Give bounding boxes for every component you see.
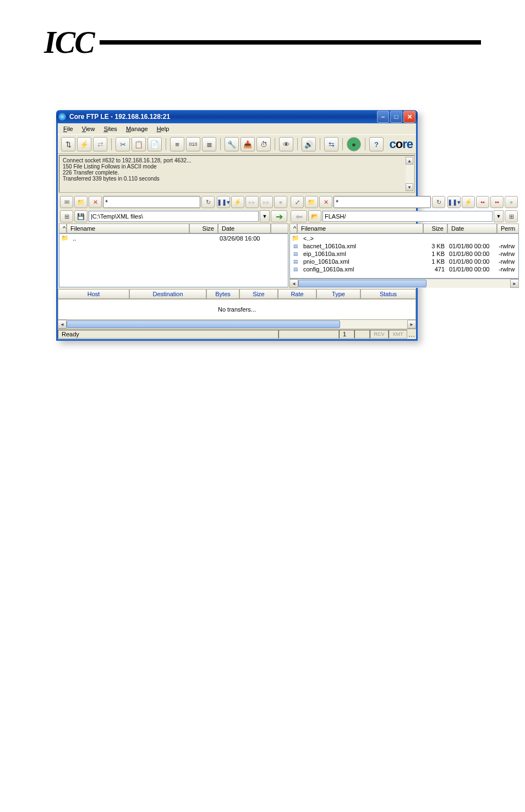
local-last-icon[interactable]: ▸▸	[260, 196, 273, 208]
local-col-date[interactable]: Date	[218, 224, 271, 233]
menubar[interactable]: File View Sites Manage Help	[58, 123, 416, 134]
col-destination[interactable]: Destination	[129, 289, 206, 299]
col-host[interactable]: Host	[58, 289, 129, 299]
resize-grip[interactable]	[407, 330, 416, 339]
binary-icon[interactable]: 010	[186, 137, 200, 151]
menu-manage[interactable]: Manage	[123, 124, 151, 133]
remote-expand-icon[interactable]: ⤢	[291, 196, 304, 208]
remote-file-list[interactable]: 📁 <..> ▤ bacnet_10610a.xml 3 KB 01/01/80…	[289, 233, 519, 279]
table-row[interactable]: ▤ bacnet_10610a.xml 3 KB 01/01/80 00:00 …	[290, 242, 518, 250]
menu-help[interactable]: Help	[154, 124, 173, 133]
log-scroll-up[interactable]: ▲	[406, 157, 413, 165]
col-rate[interactable]: Rate	[278, 289, 316, 299]
titlebar[interactable]: Core FTP LE - 192.168.16.128:21 – □ ✕	[56, 110, 418, 123]
scroll-left-icon[interactable]: ◄	[289, 279, 298, 288]
remote-col-filename[interactable]: Filename	[297, 224, 423, 233]
remote-record-icon[interactable]: ●	[505, 196, 518, 208]
local-filter-input[interactable]	[103, 196, 200, 208]
local-newfolder-icon[interactable]: 📁	[74, 196, 88, 208]
remote-back-button[interactable]: ⬅	[291, 210, 307, 222]
remote-filter-input[interactable]	[333, 196, 431, 208]
close-button[interactable]: ✕	[403, 111, 415, 123]
remote-col-size[interactable]: Size	[423, 224, 447, 233]
local-drive-icon[interactable]: 💾	[74, 210, 88, 222]
local-delete-icon[interactable]: ✕	[89, 196, 102, 208]
help-icon[interactable]: ?	[369, 137, 384, 151]
remote-up-icon[interactable]: 📂	[308, 210, 321, 222]
status-blank2	[354, 330, 370, 339]
col-bytes[interactable]: Bytes	[206, 289, 239, 299]
remote-sort-col[interactable]: ^	[289, 224, 297, 233]
schedule-icon[interactable]: ⏱	[256, 137, 271, 151]
local-sort-col[interactable]: ^	[59, 224, 67, 233]
disconnect-icon[interactable]: ⇄	[93, 137, 107, 151]
local-tree-icon[interactable]: ⊞	[60, 210, 73, 222]
col-type[interactable]: Type	[316, 289, 360, 299]
log-scroll-track[interactable]	[406, 165, 413, 183]
transfer-hscroll[interactable]: ◄ ►	[58, 320, 416, 329]
copy-icon[interactable]: 📋	[132, 137, 146, 151]
status-rcv: RCV	[370, 330, 389, 339]
tools-icon[interactable]: 🔧	[225, 137, 239, 151]
col-size[interactable]: Size	[239, 289, 278, 299]
remote-newfolder-icon[interactable]: 📁	[305, 196, 318, 208]
cut-icon[interactable]: ✂	[116, 137, 130, 151]
local-go-button[interactable]: ➔	[271, 210, 287, 222]
remote-delete-icon[interactable]: ✕	[319, 196, 332, 208]
table-row[interactable]: 📁 <..>	[290, 234, 518, 242]
local-path-input[interactable]	[89, 211, 259, 222]
scroll-thumb[interactable]	[298, 280, 426, 287]
app-icon	[58, 113, 66, 121]
sound-icon[interactable]: 🔊	[302, 137, 316, 151]
col-status[interactable]: Status	[360, 289, 416, 299]
connect-icon[interactable]: ⇅	[61, 137, 75, 151]
table-row[interactable]: ▤ pnio_10610a.xml 1 KB 01/01/80 00:00 -r…	[290, 258, 518, 265]
remote-col-date[interactable]: Date	[447, 224, 497, 233]
scroll-left-icon[interactable]: ◄	[58, 320, 67, 329]
local-file-list[interactable]: 📁 .. 03/26/08 16:00	[59, 233, 288, 287]
minimize-button[interactable]: –	[377, 111, 389, 123]
remote-path-input[interactable]	[322, 211, 493, 222]
remote-pause-icon[interactable]: ❚❚▾	[447, 196, 461, 208]
local-path-dropdown[interactable]: ▼	[260, 210, 270, 222]
size-cell: 1 KB	[423, 250, 447, 257]
remote-flash-icon[interactable]: ⚡	[462, 196, 475, 208]
remote-refresh-icon[interactable]: ↻	[432, 196, 445, 208]
menu-sites[interactable]: Sites	[100, 124, 120, 133]
scroll-right-icon[interactable]: ►	[407, 320, 416, 329]
local-refresh-icon[interactable]: ↻	[201, 196, 215, 208]
remote-tree-icon[interactable]: ⊞	[505, 210, 518, 222]
local-col-extra[interactable]	[271, 224, 288, 233]
remote-hscroll[interactable]: ◄ ►	[289, 279, 519, 288]
local-col-filename[interactable]: Filename	[67, 224, 189, 233]
table-row[interactable]: 📁 .. 03/26/08 16:00	[59, 234, 288, 242]
local-mail-icon[interactable]: ✉	[60, 196, 73, 208]
sync-icon[interactable]: ⇆	[324, 137, 338, 151]
local-pause-icon[interactable]: ❚❚▾	[217, 196, 230, 208]
paste-icon[interactable]: 📄	[147, 137, 162, 151]
table-row[interactable]: ▤ eip_10610a.xml 1 KB 01/01/80 00:00 -rw…	[290, 250, 518, 258]
menu-file[interactable]: File	[60, 124, 76, 133]
quick-connect-icon[interactable]: ⚡	[77, 137, 91, 151]
scroll-thumb[interactable]	[67, 320, 340, 328]
transfer-icon[interactable]: 📥	[240, 137, 255, 151]
stop-icon[interactable]: ●	[347, 137, 361, 151]
view-icon[interactable]: 👁	[279, 137, 293, 151]
remote-path-dropdown[interactable]: ▼	[494, 210, 504, 222]
local-flash-icon[interactable]: ⚡	[231, 196, 244, 208]
detail-icon[interactable]: ≣	[202, 137, 216, 151]
scroll-right-icon[interactable]: ►	[510, 279, 519, 288]
table-row[interactable]: ▤ config_10610a.xml 471 01/01/80 00:00 -…	[290, 265, 518, 273]
perm-cell: -rwlrw	[496, 266, 518, 273]
maximize-button[interactable]: □	[390, 111, 402, 123]
local-record-icon[interactable]: ●	[274, 196, 287, 208]
remote-dot1-icon[interactable]: ••	[476, 196, 489, 208]
remote-col-perm[interactable]: Perm	[497, 224, 519, 233]
remote-dot2-icon[interactable]: ••	[490, 196, 504, 208]
date-cell: 01/01/80 00:00	[447, 266, 496, 273]
log-scroll-down[interactable]: ▼	[406, 183, 413, 191]
local-next-icon[interactable]: ▸▸	[245, 196, 259, 208]
local-col-size[interactable]: Size	[189, 224, 218, 233]
menu-view[interactable]: View	[79, 124, 99, 133]
list-icon[interactable]: ≡	[170, 137, 184, 151]
